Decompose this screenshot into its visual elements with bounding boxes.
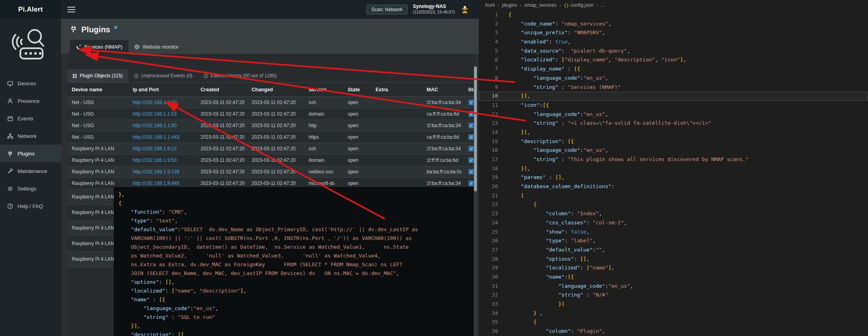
- ip-port-link[interactable]: http://192.168.1.9:22: [133, 146, 177, 151]
- changed-cell: 2023-03-11 02:47:20: [247, 111, 304, 117]
- service-cell: https: [304, 134, 343, 140]
- changed-cell: 2023-03-11 02:47:20: [247, 134, 304, 140]
- created-cell: 2023-03-11 02:47:20: [196, 181, 247, 186]
- ip-port-link[interactable]: http://192.168.1.1:53: [133, 111, 177, 117]
- row-checkbox[interactable]: ✓: [468, 134, 474, 140]
- breadcrumb-separator: ›: [520, 2, 522, 8]
- editor-line: 35 {: [479, 318, 868, 327]
- column-header[interactable]: Changed: [247, 87, 304, 92]
- sidebar-item-settings[interactable]: Settings: [0, 180, 61, 197]
- ip-port-link[interactable]: http://192.168.1.1:22: [133, 100, 177, 105]
- objects-grid-icon: [73, 74, 77, 78]
- host-info: Synology-NAS (11/03/2023, 15:46:07): [413, 4, 455, 15]
- state-cell: open: [343, 157, 371, 163]
- sidebar-item-plugins[interactable]: Plugins: [0, 145, 61, 162]
- page-title: Plugins: [81, 25, 110, 34]
- sidebar-item-presence[interactable]: Presence: [0, 92, 61, 110]
- sidebar-item-events[interactable]: Events: [0, 110, 61, 127]
- table-row[interactable]: Net - USG http://192.168.1.1:22 2023-03-…: [67, 97, 474, 108]
- scrollbar-thumb[interactable]: [474, 67, 477, 191]
- header-user-icon[interactable]: [461, 5, 469, 14]
- ip-port-link[interactable]: http://192.168.1.1:80: [133, 123, 177, 128]
- top-navbar: Scan: Network Synology-NAS (11/03/2023, …: [61, 0, 479, 19]
- tab-label: Website monitor: [143, 44, 179, 50]
- ip-port-link[interactable]: http://192.168.1.9:445: [133, 181, 179, 186]
- service-cell: domain: [304, 111, 343, 117]
- row-checkbox[interactable]: ✓: [468, 145, 474, 152]
- state-cell: open: [343, 111, 371, 117]
- table-row[interactable]: Net - USG http://192.168.1.1:80 2023-03-…: [67, 120, 474, 132]
- row-checkbox[interactable]: ✓: [468, 122, 474, 129]
- column-header[interactable]: Ip and Port: [128, 87, 196, 92]
- sidebar-item-label: Events: [18, 116, 33, 122]
- sidebar-item-devices[interactable]: Devices: [0, 75, 61, 92]
- overlay-code-line: VARCHAR(100)) || ':' || cast( SUBSTR(ns.…: [118, 234, 473, 243]
- editor-line: 1{: [479, 10, 868, 20]
- sidebar-item-help[interactable]: ? Help / FAQ: [0, 197, 61, 215]
- user-icon: [7, 98, 13, 104]
- ip-port-link[interactable]: http://192.168.1.1:443: [133, 134, 179, 140]
- code-editor-panel[interactable]: front›plugins›nmap_services›{}config.jso…: [479, 0, 868, 336]
- column-header[interactable]: Service: [304, 87, 343, 92]
- sidebar-item-network[interactable]: Network: [0, 127, 61, 145]
- changed-cell: 2023-03-11 02:47:20: [247, 157, 304, 163]
- tab-services-nmap[interactable]: Services (NMAP): [70, 40, 128, 54]
- changed-cell: 2023-03-11 02:47:20: [247, 123, 304, 128]
- breadcrumb-item[interactable]: plugins: [502, 2, 517, 8]
- editor-line: 9 "string" : "Services (NMAP)": [479, 83, 868, 92]
- editor-line: 8 "language_code":"en_us",: [479, 74, 868, 83]
- table-row[interactable]: Raspberry Pi 4 LAN http://192.168.1.9:22…: [67, 143, 474, 155]
- service-cell: http: [304, 123, 343, 128]
- column-header[interactable]: State: [343, 87, 371, 92]
- tab-events-history[interactable]: Events History (50 out of 1265): [198, 69, 282, 83]
- mac-cell: ca:ff:ff:ca:ba:6d: [422, 111, 463, 117]
- sidebar-toggle-icon[interactable]: [67, 7, 75, 12]
- history-icon: [204, 74, 208, 78]
- breadcrumb-item[interactable]: ...: [600, 2, 604, 8]
- ip-port-link[interactable]: http://192.168.1.9:139: [133, 169, 179, 175]
- breadcrumb-item[interactable]: front: [485, 2, 495, 8]
- column-header[interactable]: Device name: [67, 87, 128, 92]
- editor-line: 19 "params" : [],: [479, 173, 868, 182]
- table-row[interactable]: Raspberry Pi 4 LAN http://192.168.1.9:53…: [67, 155, 474, 166]
- table-row[interactable]: Net - USG http://192.168.1.1:443 2023-03…: [67, 132, 474, 143]
- column-header[interactable]: Created: [196, 87, 247, 92]
- breadcrumb-item[interactable]: {}config.json: [564, 2, 594, 8]
- plug-icon: [7, 151, 13, 157]
- editor-line: 12 "language_code":"en_us",: [479, 110, 868, 119]
- globe-icon: [134, 44, 140, 49]
- breadcrumb-item[interactable]: nmap_services: [524, 2, 557, 8]
- tab-plugin-objects[interactable]: Plugin Objects (115): [67, 69, 128, 83]
- svg-text:?: ?: [9, 204, 11, 208]
- mac-cell: 1f:ba:ff:ca:ba:34: [422, 181, 463, 186]
- column-header[interactable]: MAC: [422, 87, 463, 92]
- tab-label: Events History (50 out of 1265): [211, 73, 277, 79]
- row-checkbox[interactable]: ✓: [468, 111, 474, 117]
- table-row[interactable]: Raspberry Pi 4 LAN http://192.168.1.9:13…: [67, 166, 474, 178]
- overlay-code-line: "language_code":"en_us",: [118, 304, 473, 313]
- overlay-code-line: "default_value":"SELECT dv.dev_Name as O…: [118, 225, 473, 234]
- column-header[interactable]: Status: [463, 87, 474, 92]
- mac-cell: 1f:ba:ff:ca:ba:34: [422, 146, 463, 151]
- table-row[interactable]: Net - USG http://192.168.1.1:53 2023-03-…: [67, 108, 474, 120]
- scan-status-badge: Scan: Network: [366, 5, 407, 14]
- tab-unprocessed-events[interactable]: Unprocessed Events (0): [128, 69, 198, 83]
- state-cell: open: [343, 123, 371, 128]
- json-file-icon: {}: [564, 3, 569, 8]
- ip-port-link[interactable]: http://192.168.1.9:53: [133, 157, 177, 163]
- row-checkbox[interactable]: ✓: [468, 99, 474, 106]
- row-checkbox[interactable]: ✓: [468, 169, 474, 175]
- column-header[interactable]: Extra: [371, 87, 422, 92]
- overlay-code-line: {: [118, 199, 473, 208]
- created-cell: 2023-03-11 02:47:20: [196, 134, 247, 140]
- overlay-code-line: "options": [],: [118, 278, 473, 287]
- row-checkbox[interactable]: ✓: [468, 157, 474, 163]
- editor-line: 32 "string" : "N/A": [479, 291, 868, 300]
- sidebar-item-maintenance[interactable]: Maintenance: [0, 162, 61, 180]
- row-checkbox[interactable]: ✓: [468, 180, 474, 187]
- device-name-cell: Net - USG: [67, 100, 128, 105]
- tab-website-monitor[interactable]: Website monitor: [128, 40, 185, 54]
- created-cell: 2023-03-11 02:47:20: [196, 169, 247, 175]
- overlay-code-line: "name" : [{: [118, 295, 473, 304]
- created-cell: 2023-03-11 02:47:20: [196, 123, 247, 128]
